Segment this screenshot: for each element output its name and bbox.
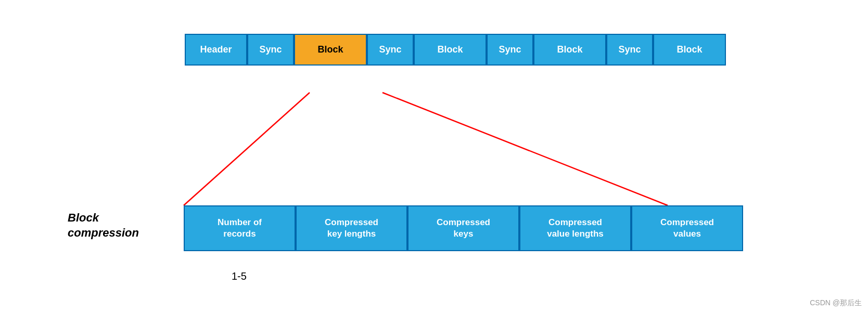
sync-cell-3: Sync (487, 34, 533, 66)
block-cell-2: Block (414, 34, 487, 66)
watermark: CSDN @那后生 (810, 298, 862, 308)
highlighted-block-cell: Block (294, 34, 367, 66)
sync-cell-4: Sync (606, 34, 653, 66)
compressed-key-lengths-cell: Compressedkey lengths (296, 205, 407, 251)
block-cell-3: Block (533, 34, 606, 66)
header-cell: Header (185, 34, 247, 66)
number-of-records-cell: Number ofrecords (184, 205, 296, 251)
diagram-container: Header Sync Block Sync Block Sync Block … (0, 0, 868, 312)
top-row: Header Sync Block Sync Block Sync Block … (185, 34, 726, 66)
sub-label: 1-5 (232, 270, 247, 282)
compressed-value-lengths-cell: Compressedvalue lengths (519, 205, 631, 251)
sync-cell-2: Sync (367, 34, 414, 66)
bottom-row: Number ofrecords Compressedkey lengths C… (184, 205, 743, 251)
svg-line-0 (184, 93, 310, 205)
block-compression-label: Block compression (68, 211, 139, 240)
block-cell-4: Block (653, 34, 726, 66)
compressed-keys-cell: Compressedkeys (407, 205, 519, 251)
svg-line-1 (382, 93, 668, 205)
sync-cell-1: Sync (247, 34, 294, 66)
compressed-values-cell: Compressedvalues (631, 205, 743, 251)
